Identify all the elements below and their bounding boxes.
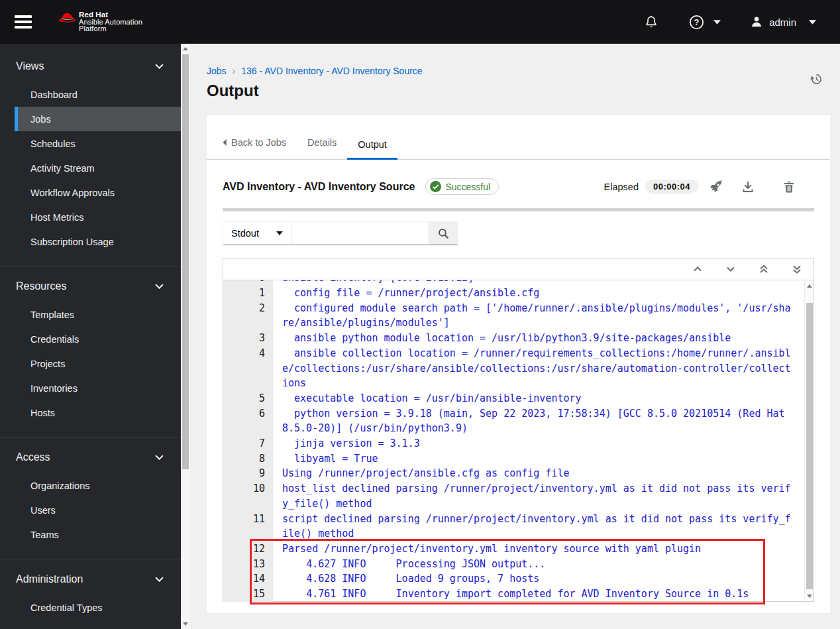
log-line-number[interactable]: 1	[223, 286, 273, 301]
help-dropdown-button[interactable]: ?	[689, 15, 721, 30]
delete-job-button[interactable]	[784, 181, 794, 193]
sidebar-item-dashboard[interactable]: Dashboard	[15, 82, 181, 107]
sidebar-section-toggle-access[interactable]: Access	[0, 445, 181, 470]
sidebar-scrollbar[interactable]	[181, 44, 190, 629]
sidebar-item-workflow-approvals[interactable]: Workflow Approvals	[15, 180, 181, 205]
scroll-up-arrow-icon[interactable]	[183, 47, 188, 50]
log-line[interactable]: 5 executable location = /usr/bin/ansible…	[223, 391, 814, 406]
job-progress-bar	[223, 208, 814, 211]
output-search-input[interactable]	[291, 221, 429, 245]
log-line[interactable]: 14 4.628 INFO Loaded 9 groups, 7 hosts	[223, 571, 814, 587]
search-button[interactable]	[429, 221, 458, 245]
question-circle-icon: ?	[689, 15, 704, 30]
log-line[interactable]: 9Using /runner/project/ansible.cfg as co…	[223, 466, 814, 481]
log-line-number[interactable]: 8	[223, 451, 273, 467]
trash-icon	[784, 181, 794, 193]
tab-output[interactable]: Output	[347, 139, 397, 160]
sidebar-section-toggle-views[interactable]: Views	[0, 54, 181, 79]
scroll-to-bottom-button[interactable]	[780, 258, 814, 280]
log-line[interactable]: 2 configured module search path = ['/hom…	[223, 301, 814, 331]
log-line-number[interactable]: 3	[223, 331, 273, 346]
previous-match-button[interactable]	[681, 258, 714, 280]
sidebar-item-jobs[interactable]: Jobs	[15, 107, 181, 131]
scroll-up-arrow-icon[interactable]	[807, 284, 812, 288]
breadcrumb-job-link[interactable]: 136 - AVD Inventory - AVD Inventory Sour…	[241, 66, 422, 76]
notifications-button[interactable]	[645, 15, 658, 29]
log-line-number[interactable]: 14	[223, 571, 273, 587]
log-line-number[interactable]: 7	[223, 436, 273, 451]
relaunch-button[interactable]	[709, 180, 723, 194]
log-line-number[interactable]: 13	[223, 557, 273, 572]
log-line[interactable]: 11script declined parsing /runner/projec…	[223, 512, 814, 542]
log-line-text: 4.761 INFO Inventory import completed fo…	[273, 587, 792, 602]
log-line-number[interactable]: 10	[223, 481, 273, 511]
sidebar-item-activity-stream[interactable]: Activity Stream	[15, 156, 181, 180]
stdout-filter-select[interactable]: Stdout	[223, 221, 291, 245]
menu-icon	[15, 15, 32, 18]
log-line-number[interactable]: 11	[223, 512, 273, 542]
tab-details[interactable]: Details	[297, 137, 347, 160]
log-scrollbar[interactable]	[804, 281, 814, 601]
log-line-number[interactable]: 12	[223, 542, 273, 557]
log-line[interactable]: 8 libyaml = True	[223, 451, 814, 467]
sidebar-item-hosts[interactable]: Hosts	[15, 400, 181, 425]
sidebar-list: OrganizationsUsersTeams	[0, 470, 181, 547]
history-button[interactable]	[810, 73, 823, 87]
sidebar-item-credential-types[interactable]: Credential Types	[15, 595, 181, 620]
log-line-text: ansible-inventory [core 2.15.12]	[273, 280, 792, 286]
job-name: AVD Inventory - AVD Inventory Source	[223, 181, 415, 193]
log-line[interactable]: 4 ansible collection location = /runner/…	[223, 346, 814, 391]
caret-down-icon	[276, 231, 283, 235]
bell-icon	[645, 15, 658, 29]
page-title: Output	[207, 82, 840, 100]
sidebar-item-teams[interactable]: Teams	[15, 522, 181, 547]
scroll-down-arrow-icon[interactable]	[807, 595, 812, 598]
scroll-to-top-button[interactable]	[747, 258, 780, 280]
log-line[interactable]: 7 jinja version = 3.1.3	[223, 436, 814, 451]
log-line-number[interactable]: 9	[223, 466, 273, 481]
sidebar-section-toggle-administration[interactable]: Administration	[0, 567, 181, 592]
sidebar-section-title: Access	[16, 451, 50, 463]
next-match-button[interactable]	[714, 258, 747, 280]
log-line-number[interactable]: 5	[223, 391, 273, 406]
log-line[interactable]: 13 4.627 INFO Processing JSON output...	[223, 557, 814, 572]
breadcrumb: Jobs › 136 - AVD Inventory - AVD Invento…	[207, 66, 840, 76]
log-line-number[interactable]: 4	[223, 346, 273, 391]
sidebar-item-host-metrics[interactable]: Host Metrics	[15, 205, 181, 229]
brand-logo[interactable]: Red Hat Ansible Automation Platform	[58, 11, 142, 32]
sidebar-item-credentials[interactable]: Credentials	[15, 327, 181, 351]
sidebar-scrollbar-thumb[interactable]	[182, 54, 189, 469]
log-line-number[interactable]: 6	[223, 406, 273, 436]
sidebar-item-organizations[interactable]: Organizations	[15, 473, 181, 498]
scroll-down-arrow-icon[interactable]	[183, 622, 188, 626]
sidebar-item-schedules[interactable]: Schedules	[15, 131, 181, 156]
sidebar-item-templates[interactable]: Templates	[15, 302, 181, 327]
log-line-text: ansible collection location = /runner/re…	[273, 346, 792, 391]
nav-toggle-button[interactable]	[13, 11, 33, 32]
download-output-button[interactable]	[742, 181, 754, 193]
log-line-number[interactable]: 0	[223, 280, 273, 286]
log-line[interactable]: 10host_list declined parsing /runner/pro…	[223, 481, 814, 511]
log-line-text: python version = 3.9.18 (main, Sep 22 20…	[273, 406, 792, 436]
sidebar-item-subscription-usage[interactable]: Subscription Usage	[15, 229, 181, 254]
sidebar-item-inventories[interactable]: Inventories	[15, 376, 181, 400]
tab-back-to-jobs[interactable]: Back to Jobs	[223, 137, 297, 160]
masthead: Red Hat Ansible Automation Platform ?	[0, 0, 840, 44]
log-line-text: Parsed /runner/project/inventory.yml inv…	[273, 542, 792, 557]
log-line[interactable]: 1 config file = /runner/project/ansible.…	[223, 286, 814, 301]
breadcrumb-jobs-link[interactable]: Jobs	[207, 66, 227, 76]
log-line[interactable]: 15 4.761 INFO Inventory import completed…	[223, 587, 814, 602]
log-line[interactable]: 12Parsed /runner/project/inventory.yml i…	[223, 542, 814, 557]
log-line[interactable]: 6 python version = 3.9.18 (main, Sep 22 …	[223, 406, 814, 436]
sidebar-item-users[interactable]: Users	[15, 498, 181, 522]
sidebar-item-projects[interactable]: Projects	[15, 351, 181, 376]
log-line-text: 4.627 INFO Processing JSON output...	[273, 557, 792, 572]
log-line[interactable]: 0ansible-inventory [core 2.15.12]	[223, 280, 814, 286]
log-line-number[interactable]: 15	[223, 587, 273, 602]
log-line-number[interactable]: 2	[223, 301, 273, 331]
sidebar-section-toggle-resources[interactable]: Resources	[0, 274, 181, 299]
log-line-text: config file = /runner/project/ansible.cf…	[273, 286, 792, 301]
log-line[interactable]: 3 ansible python module location = /usr/…	[223, 331, 814, 346]
log-scrollbar-thumb[interactable]	[806, 303, 813, 589]
user-dropdown-button[interactable]: admin	[750, 15, 816, 29]
